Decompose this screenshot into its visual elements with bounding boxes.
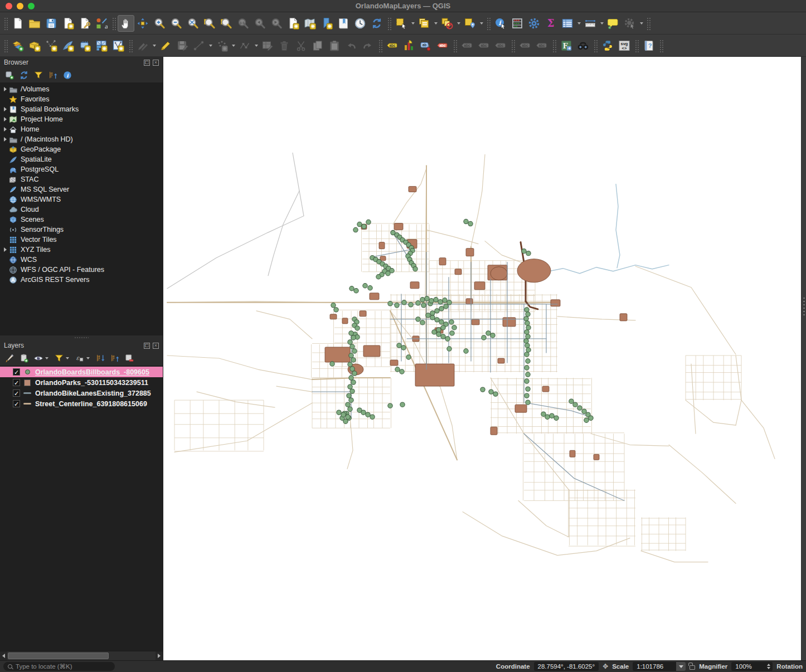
collapse-all-button[interactable]: [48, 70, 58, 80]
map-canvas[interactable]: [163, 57, 801, 660]
filter-by-expression-dropdown-icon[interactable]: [86, 357, 90, 359]
layers-float-icon[interactable]: ⧠: [144, 343, 150, 349]
minimize-window-button[interactable]: [17, 3, 23, 9]
layer-visibility-checkbox[interactable]: ✓: [13, 389, 20, 397]
new-geopackage-layer-button[interactable]: [26, 37, 43, 54]
magnifier-spin-arrows[interactable]: [765, 662, 773, 671]
manage-map-themes-button[interactable]: [33, 353, 50, 363]
filter-legend-dropdown-icon[interactable]: [66, 357, 69, 359]
expand-arrow-icon[interactable]: [2, 117, 8, 121]
add-group-button[interactable]: [19, 353, 29, 363]
zoom-out-button[interactable]: [168, 15, 184, 32]
scroll-right-arrow[interactable]: [156, 651, 163, 660]
python-console-button[interactable]: [599, 37, 616, 54]
select-features-by-value-button[interactable]: [416, 15, 433, 32]
browser-item-arcgis-rest-servers[interactable]: ArcGIS REST Servers: [0, 275, 163, 285]
magnifier-value[interactable]: 100%: [731, 662, 765, 671]
new-shapefile-layer-button[interactable]: [43, 37, 60, 54]
osm-place-search-button[interactable]: [575, 37, 591, 54]
browser-item-wfs-ogc-api-features[interactable]: WFS / OGC API - Features: [0, 265, 163, 275]
browser-item-stac[interactable]: STAC: [0, 174, 163, 184]
collapse-all-layers-button[interactable]: [110, 353, 120, 363]
digitize-with-curve-dropdown-icon[interactable]: [232, 45, 235, 47]
expand-arrow-icon[interactable]: [2, 137, 8, 142]
select-within-dropdown-icon[interactable]: [480, 22, 483, 25]
new-virtual-layer-button[interactable]: [93, 37, 110, 54]
zoom-full-extent-button[interactable]: [184, 15, 201, 32]
browser-item-scenes[interactable]: Scenes: [0, 215, 163, 225]
style-manager-button[interactable]: a: [93, 15, 110, 32]
measure-line-button[interactable]: [582, 15, 599, 32]
select-features-dropdown-icon[interactable]: [411, 22, 415, 25]
browser-item-spatial-bookmarks[interactable]: Spatial Bookmarks: [0, 104, 163, 114]
browser-item-spatialite[interactable]: SpatiaLite: [0, 154, 163, 164]
browser-item-postgresql[interactable]: PostgreSQL: [0, 164, 163, 174]
browser-float-icon[interactable]: ⧠: [144, 60, 150, 66]
highlight-pinned-labels-button[interactable]: abc: [434, 37, 451, 54]
new-spatial-bookmark-button[interactable]: [318, 15, 335, 32]
enable-properties-widget-button[interactable]: i: [62, 70, 72, 80]
save-project-button[interactable]: [43, 15, 60, 32]
toggle-editing-button[interactable]: [157, 37, 174, 54]
pan-map-button[interactable]: [118, 15, 134, 32]
show-layout-manager-button[interactable]: [76, 15, 93, 32]
svg-annotation-button[interactable]: svg<>: [616, 37, 633, 54]
new-gpx-layer-button[interactable]: [110, 37, 127, 54]
layer-diagram-options-button[interactable]: [401, 37, 417, 54]
new-3d-map-view-button[interactable]: [302, 15, 318, 32]
locator-search-input[interactable]: Type to locate (⌘K): [3, 662, 115, 671]
open-attribute-table-button[interactable]: [559, 15, 576, 32]
browser-item-cloud[interactable]: Cloud: [0, 204, 163, 215]
pin-unpin-labels-button[interactable]: ab: [417, 37, 434, 54]
layer-row-orlandoboardsbillboards-809605[interactable]: ✓OrlandoBoardsBillboards_-809605: [0, 367, 163, 377]
expand-arrow-icon[interactable]: [2, 87, 8, 91]
expand-arrow-icon[interactable]: [2, 107, 8, 111]
browser-item-geopackage[interactable]: GeoPackage: [0, 144, 163, 154]
deselect-all-dropdown-icon[interactable]: [457, 22, 460, 25]
zoom-to-layer-button[interactable]: [201, 15, 218, 32]
browser-item-wms-wmts[interactable]: WMS/WMTS: [0, 194, 163, 204]
browser-item-volumes[interactable]: /Volumes: [0, 84, 163, 94]
layer-row-orlandobikelanesexisting-372885[interactable]: ✓OrlandoBikeLanesExisting_372885: [0, 388, 163, 398]
filter-by-expression-button[interactable]: ε: [75, 353, 91, 363]
data-source-manager-button[interactable]: [9, 37, 26, 54]
layer-labeling-options-button[interactable]: abc: [384, 37, 401, 54]
scale-value[interactable]: 1:101786: [633, 662, 676, 671]
layer-row-orlandoparks-5301150343239511[interactable]: ✓OrlandoParks_-5301150343239511: [0, 377, 163, 388]
deselect-all-button[interactable]: [439, 15, 455, 32]
map-tips-button[interactable]: [605, 15, 622, 32]
expand-arrow-icon[interactable]: [2, 127, 8, 132]
zoom-in-button[interactable]: [151, 15, 168, 32]
scale-dropdown-icon[interactable]: [676, 662, 686, 671]
layer-visibility-checkbox[interactable]: ✓: [13, 400, 20, 407]
scrollbar-thumb[interactable]: [8, 652, 109, 659]
digitize-with-segment-dropdown-icon[interactable]: [209, 45, 212, 47]
new-mesh-layer-button[interactable]: [76, 37, 93, 54]
coordinate-input[interactable]: 28.7594°, -81.6025°: [534, 662, 599, 671]
vertex-tool-dropdown-icon[interactable]: [255, 45, 258, 47]
new-spatialite-layer-button[interactable]: [60, 37, 76, 54]
select-within-button[interactable]: [462, 15, 478, 32]
maximize-window-button[interactable]: [28, 3, 35, 9]
filter-browser-button[interactable]: [33, 70, 43, 80]
show-statistical-summary-button[interactable]: Σ: [542, 15, 559, 32]
scale-combobox[interactable]: 1:101786: [633, 662, 686, 671]
add-selected-layers-button[interactable]: [4, 70, 14, 80]
browser-item-macintosh-hd[interactable]: / (Macintosh HD): [0, 134, 163, 144]
layer-row-street-centerline-6391808615069[interactable]: ✓Street_Centerline_6391808615069: [0, 398, 163, 409]
new-map-view-button[interactable]: [285, 15, 302, 32]
remove-layer-button[interactable]: [124, 353, 134, 363]
layers-close-icon[interactable]: ×: [153, 343, 159, 349]
layer-visibility-checkbox[interactable]: ✓: [13, 379, 20, 386]
browser-item-sensorthings[interactable]: SensorThings: [0, 225, 163, 235]
manage-map-themes-dropdown-icon[interactable]: [45, 357, 48, 359]
identify-features-button[interactable]: i: [492, 15, 509, 32]
browser-item-vector-tiles[interactable]: Vector Tiles: [0, 235, 163, 245]
dock-horizontal-scrollbar[interactable]: [0, 651, 163, 660]
zoom-to-selection-button[interactable]: [218, 15, 235, 32]
open-attribute-table-dropdown-icon[interactable]: [577, 22, 581, 25]
run-feature-action-dropdown-icon[interactable]: [640, 22, 643, 25]
lock-scale-icon[interactable]: [690, 665, 695, 670]
pan-to-selection-button[interactable]: [134, 15, 151, 32]
toggle-extents-icon[interactable]: ✥: [603, 663, 608, 670]
